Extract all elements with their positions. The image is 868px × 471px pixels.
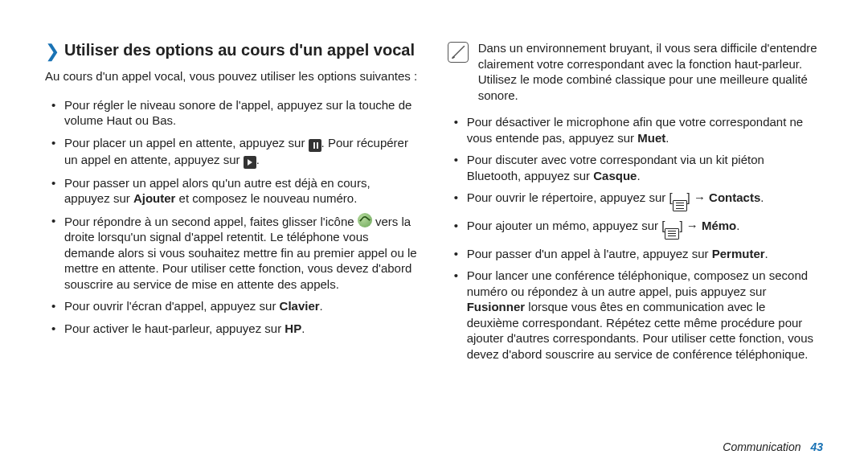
right-column: Dans un environnement bruyant, il vous s… <box>448 40 821 368</box>
menu-icon <box>665 228 679 240</box>
note-callout: Dans un environnement bruyant, il vous s… <box>448 40 821 103</box>
right-bullet-list: Pour désactiver le microphone afin que v… <box>448 114 821 362</box>
item-text: Pour répondre à un second appel, faites … <box>64 215 358 228</box>
pause-icon <box>309 139 321 152</box>
item-text: ] → <box>679 219 702 232</box>
list-item: Pour régler le niveau sonore de l'appel,… <box>64 97 419 129</box>
list-item: Pour passer d'un appel à l'autre, appuye… <box>467 246 821 262</box>
item-text: Pour désactiver le microphone afin que v… <box>467 115 804 145</box>
menu-icon <box>673 200 687 211</box>
list-item: Pour répondre à un second appel, faites … <box>64 213 419 293</box>
bold-text: Ajouter <box>133 191 176 205</box>
list-item: Pour activer le haut-parleur, appuyez su… <box>64 321 419 337</box>
item-text: . <box>256 153 260 166</box>
heading-text: Utiliser des options au cours d'un appel… <box>64 40 415 60</box>
item-text: . <box>736 219 739 232</box>
bold-text: Muet <box>637 131 665 145</box>
item-text: Pour ajouter un mémo, appuyez sur [ <box>467 219 665 232</box>
list-item: Pour ouvrir le répertoire, appuyez sur [… <box>467 190 821 211</box>
chevron-right-icon: ❯ <box>45 43 59 60</box>
note-icon <box>448 42 469 63</box>
item-text: Pour placer un appel en attente, appuyez… <box>64 136 309 149</box>
item-text: . <box>665 131 669 145</box>
bold-text: Permuter <box>712 247 765 260</box>
list-item: Pour lancer une conférence téléphonique,… <box>467 268 821 362</box>
page-columns: ❯ Utiliser des options au cours d'un app… <box>45 40 823 368</box>
item-text: Pour activer le haut-parleur, appuyez su… <box>64 322 285 335</box>
item-text: . <box>765 247 768 260</box>
list-item: Pour ouvrir l'écran d'appel, appuyez sur… <box>64 298 419 314</box>
footer-section: Communication <box>723 440 800 453</box>
item-text: Pour passer d'un appel à l'autre, appuye… <box>467 247 712 260</box>
page-footer: Communication 43 <box>723 440 823 453</box>
item-text: . <box>320 299 323 313</box>
item-text: Pour régler le niveau sonore de l'appel,… <box>64 98 411 128</box>
bold-text: Mémo <box>702 219 736 232</box>
section-heading: ❯ Utiliser des options au cours d'un app… <box>45 40 419 60</box>
bold-text: HP <box>285 322 301 335</box>
bold-text: Clavier <box>280 299 320 313</box>
item-text: Pour ouvrir le répertoire, appuyez sur [ <box>467 190 673 204</box>
footer-page-number: 43 <box>810 440 823 453</box>
bold-text: Casque <box>593 169 637 182</box>
item-text: Pour lancer une conférence téléphonique,… <box>467 268 808 298</box>
intro-text: Au cours d'un appel vocal, vous pouvez u… <box>45 68 419 84</box>
bold-text: Contacts <box>709 190 760 204</box>
note-text: Dans un environnement bruyant, il vous s… <box>478 40 821 103</box>
play-icon <box>244 156 256 169</box>
item-text: . <box>301 322 305 335</box>
item-text: et composez le nouveau numéro. <box>175 191 357 205</box>
item-text: Pour ouvrir l'écran d'appel, appuyez sur <box>64 299 280 313</box>
call-answer-icon <box>358 213 372 227</box>
list-item: Pour ajouter un mémo, appuyez sur [] → M… <box>467 218 821 240</box>
list-item: Pour désactiver le microphone afin que v… <box>467 114 821 145</box>
item-text: . <box>760 190 764 204</box>
list-item: Pour placer un appel en attente, appuyez… <box>64 135 419 169</box>
list-item: Pour passer un appel alors qu'un autre e… <box>64 175 419 207</box>
item-text: ] → <box>687 190 710 204</box>
item-text: . <box>637 169 640 182</box>
list-item: Pour discuter avec votre correspondant v… <box>467 152 821 183</box>
bold-text: Fusionner <box>467 300 526 313</box>
left-bullet-list: Pour régler le niveau sonore de l'appel,… <box>45 97 419 337</box>
left-column: ❯ Utiliser des options au cours d'un app… <box>45 40 419 368</box>
